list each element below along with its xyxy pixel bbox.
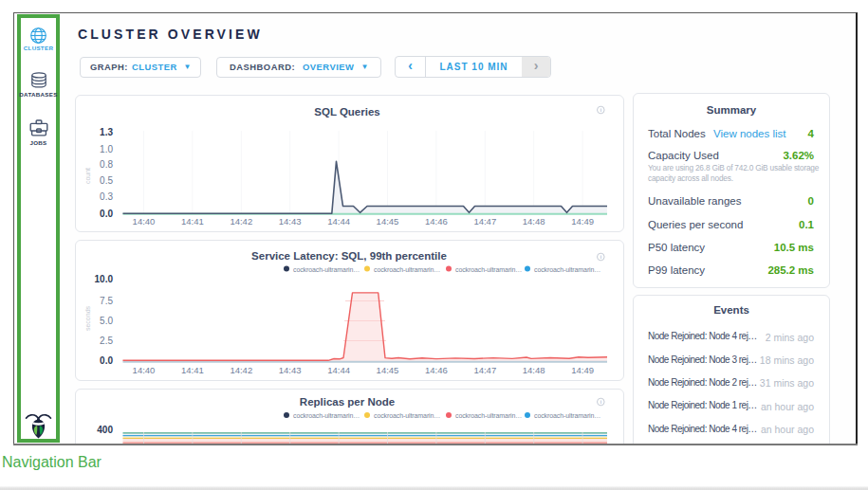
- svg-text:14:41: 14:41: [181, 365, 204, 375]
- svg-text:14:47: 14:47: [473, 365, 496, 375]
- svg-text:i: i: [600, 399, 601, 405]
- svg-text:5.0: 5.0: [100, 316, 113, 326]
- svg-text:14:49: 14:49: [571, 365, 594, 375]
- svg-text:cockroach-ultramarin…: cockroach-ultramarin…: [455, 266, 522, 273]
- svg-text:i: i: [600, 254, 601, 260]
- svg-text:14:48: 14:48: [523, 216, 545, 227]
- svg-text:Service Latency: SQL, 99th per: Service Latency: SQL, 99th percentile: [251, 250, 447, 262]
- svg-text:cockroach-ultramarin…: cockroach-ultramarin…: [455, 412, 522, 419]
- svg-text:14:44: 14:44: [327, 216, 350, 227]
- svg-text:0.8: 0.8: [100, 159, 113, 170]
- svg-text:14:41: 14:41: [181, 216, 204, 227]
- svg-text:14:46: 14:46: [425, 365, 448, 375]
- svg-text:cockroach-ultramarin…: cockroach-ultramarin…: [293, 266, 360, 273]
- svg-text:cockroach-ultramarin…: cockroach-ultramarin…: [374, 266, 440, 273]
- svg-text:7.5: 7.5: [100, 296, 113, 306]
- svg-text:14:49: 14:49: [571, 216, 594, 227]
- svg-text:cockroach-ultramarin…: cockroach-ultramarin…: [293, 412, 360, 419]
- svg-text:14:40: 14:40: [133, 216, 156, 227]
- svg-text:1.0: 1.0: [100, 144, 113, 154]
- svg-text:0.0: 0.0: [100, 209, 113, 219]
- svg-text:14:43: 14:43: [279, 365, 302, 375]
- svg-text:14:47: 14:47: [473, 216, 496, 227]
- svg-text:2.5: 2.5: [100, 336, 113, 346]
- svg-text:cockroach-ultramarin…: cockroach-ultramarin…: [534, 266, 600, 273]
- svg-text:0.0: 0.0: [100, 355, 113, 366]
- svg-text:14:42: 14:42: [230, 216, 252, 227]
- svg-text:0.5: 0.5: [100, 175, 113, 186]
- svg-text:0.3: 0.3: [100, 191, 113, 202]
- svg-text:cockroach-ultramarin…: cockroach-ultramarin…: [374, 412, 440, 419]
- svg-text:14:42: 14:42: [230, 365, 252, 375]
- svg-text:14:45: 14:45: [377, 365, 399, 375]
- svg-text:14:45: 14:45: [377, 216, 399, 227]
- svg-text:i: i: [600, 107, 601, 113]
- svg-text:10.0: 10.0: [95, 274, 114, 284]
- svg-text:Replicas per Node: Replicas per Node: [300, 396, 395, 408]
- svg-text:14:46: 14:46: [425, 216, 448, 227]
- svg-text:seconds: seconds: [84, 305, 91, 331]
- svg-text:count: count: [84, 168, 91, 184]
- svg-text:14:44: 14:44: [327, 365, 350, 375]
- svg-text:1.3: 1.3: [100, 127, 113, 137]
- svg-text:14:48: 14:48: [523, 365, 545, 375]
- svg-text:400: 400: [97, 425, 113, 435]
- svg-text:14:43: 14:43: [279, 216, 302, 227]
- svg-text:cockroach-ultramarin…: cockroach-ultramarin…: [534, 412, 600, 419]
- svg-text:SQL Queries: SQL Queries: [314, 106, 379, 118]
- svg-text:14:40: 14:40: [133, 365, 156, 375]
